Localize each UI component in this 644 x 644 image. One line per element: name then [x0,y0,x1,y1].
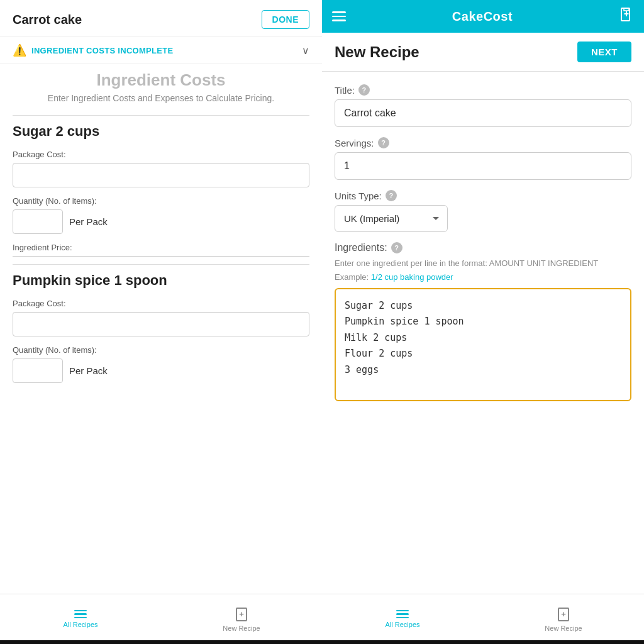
right-page-title: New Recipe [335,43,419,61]
servings-input[interactable] [335,152,631,180]
title-help-icon[interactable]: ? [358,84,370,96]
quantity-row-1: Per Pack [13,209,309,234]
title-label: Title: ? [335,84,631,96]
warning-bar[interactable]: ⚠️ INGREDIENT COSTS INCOMPLETE ∨ [0,37,322,64]
ingredient-sugar: Sugar 2 cups Package Cost: Quantity (No.… [13,123,309,257]
left-content: Ingredient Costs Enter Ingredient Costs … [0,64,322,594]
left-panel: Carrot cake DONE ⚠️ INGREDIENT COSTS INC… [0,0,322,644]
chevron-down-icon[interactable]: ∨ [302,45,309,57]
right-nav-all-recipes[interactable]: All Recipes [322,594,483,644]
ingredient-pumpkin-title: Pumpkin spice 1 spoon [13,272,309,289]
next-button[interactable]: NEXT [577,42,631,62]
ingredient-price-label-1: Ingredient Price: [13,243,309,252]
left-nav-all-recipes-label: All Recipes [63,621,97,628]
hamburger-icon[interactable] [332,11,346,21]
units-label: Units Type: ? [335,190,631,201]
ingredients-help-icon[interactable]: ? [391,242,402,253]
right-nav-new-recipe[interactable]: + New Recipe [483,594,644,644]
section-heading: Ingredient Costs [13,64,309,90]
units-select[interactable]: UK (Imperial) US (Customary) Metric [335,205,448,232]
save-doc-icon[interactable] [619,7,634,26]
warning-icon: ⚠️ [13,43,26,57]
left-header: Carrot cake DONE [0,0,322,37]
ingredient-price-line-1 [13,256,309,257]
package-cost-label-2: Package Cost: [13,299,309,308]
servings-label: Servings: ? [335,137,631,148]
warning-text: INGREDIENT COSTS INCOMPLETE [31,46,174,55]
done-button[interactable]: DONE [262,10,309,29]
quantity-label-2: Quantity (No. of items): [13,345,309,355]
servings-field-row: Servings: ? [335,137,631,180]
section-subtitle: Enter Ingredient Costs and Expenses to C… [13,92,309,105]
left-nav-new-recipe-label: New Recipe [223,625,260,632]
quantity-label-1: Quantity (No. of items): [13,196,309,206]
ingredients-example-link[interactable]: 1/2 cup baking powder [371,272,453,282]
units-field-row: Units Type: ? UK (Imperial) US (Customar… [335,190,631,232]
black-bar-left [0,640,322,644]
units-help-icon[interactable]: ? [386,190,397,201]
package-cost-label-1: Package Cost: [13,150,309,159]
title-field-row: Title: ? [335,84,631,127]
quantity-input-2[interactable] [13,358,63,383]
right-nav-new-recipe-label: New Recipe [545,625,582,632]
quantity-input-1[interactable] [13,209,63,234]
black-bar-right [322,640,644,644]
ingredients-field-row: Ingredients: ? Enter one ingredient per … [335,242,631,404]
servings-help-icon[interactable]: ? [378,137,389,148]
ingredients-example: Example: 1/2 cup baking powder [335,272,631,282]
per-pack-label-2: Per Pack [69,365,108,376]
divider-2 [13,264,309,265]
left-nav-all-recipes[interactable]: All Recipes [0,594,161,644]
right-content: Title: ? Servings: ? Units Type: ? UK (I… [322,72,644,594]
list-icon-right [396,610,409,619]
package-cost-input-1[interactable] [13,163,309,187]
left-nav-new-recipe[interactable]: + New Recipe [161,594,322,644]
right-topbar: CakeCost [322,0,644,33]
ingredient-pumpkin: Pumpkin spice 1 spoon Package Cost: Quan… [13,272,309,383]
warning-content: ⚠️ INGREDIENT COSTS INCOMPLETE [13,43,174,57]
new-recipe-icon-right: + [556,607,571,622]
ingredient-sugar-title: Sugar 2 cups [13,123,309,140]
left-bottom-nav: All Recipes + New Recipe [0,594,322,644]
ingredients-textarea[interactable]: Sugar 2 cups Pumpkin spice 1 spoon Milk … [335,288,631,401]
right-bottom-nav: All Recipes + New Recipe [322,594,644,644]
divider-1 [13,115,309,116]
ingredients-hint: Enter one ingredient per line in the for… [335,257,631,270]
list-icon-left [74,610,87,619]
right-nav-all-recipes-label: All Recipes [385,621,419,628]
title-input[interactable] [335,99,631,127]
per-pack-label-1: Per Pack [69,216,108,227]
new-recipe-icon-left: + [234,607,249,622]
left-title: Carrot cake [13,13,82,27]
right-topbar-title: CakeCost [452,9,513,24]
right-panel: CakeCost New Recipe NEXT Title: ? [322,0,644,644]
quantity-row-2: Per Pack [13,358,309,383]
right-subheader: New Recipe NEXT [322,33,644,72]
package-cost-input-2[interactable] [13,312,309,336]
ingredients-label: Ingredients: ? [335,242,631,253]
